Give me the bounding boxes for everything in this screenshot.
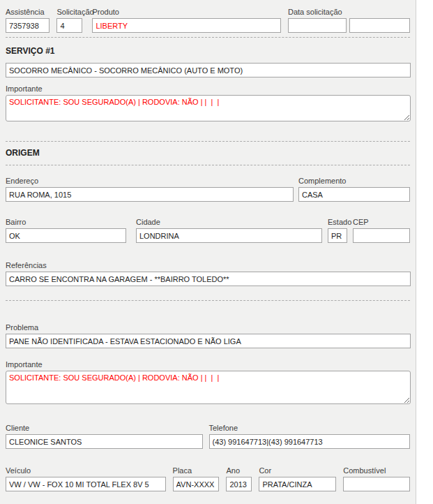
assistencia-input[interactable] — [6, 18, 50, 33]
cidade-field: Cidade — [136, 217, 322, 243]
servico-importante-textarea[interactable]: SOLICITANTE: SOU SEGURADO(A) | RODOVIA: … — [6, 95, 411, 121]
cor-input[interactable] — [259, 477, 336, 491]
cep-label: CEP — [353, 217, 410, 227]
cidade-input[interactable] — [136, 228, 322, 243]
estado-label: Estado — [328, 217, 347, 227]
separator — [6, 141, 410, 142]
telefone-label: Telefone — [209, 423, 411, 433]
referencias-label: Referências — [6, 260, 411, 270]
produto-field: Produto — [92, 7, 281, 33]
importante-label: Importante — [6, 360, 411, 369]
endereco-row: Endereço Complemento — [6, 176, 410, 202]
placa-label: Placa — [173, 466, 220, 475]
solicitacao-label: Solicitação — [56, 7, 82, 17]
problema-field: Problema — [6, 323, 411, 348]
solicitacao-field: Solicitação — [56, 7, 82, 33]
data-solicitacao-date-input[interactable] — [288, 18, 347, 33]
problema-input[interactable] — [6, 334, 411, 348]
cliente-input[interactable] — [6, 434, 203, 449]
importante-textarea[interactable]: SOLICITANTE: SOU SEGURADO(A) | RODOVIA: … — [6, 371, 411, 404]
right-gutter — [417, 0, 433, 504]
data-solicitacao-time-input[interactable] — [349, 18, 410, 33]
servico-descricao-field — [6, 63, 411, 77]
servico-importante-label: Importante — [6, 84, 411, 94]
assistencia-label: Assistência — [6, 7, 50, 17]
produto-input[interactable] — [92, 18, 281, 33]
problema-label: Problema — [6, 323, 411, 332]
service-request-form: Assistência Solicitação Produto Data sol… — [0, 0, 416, 504]
combustivel-field: Combustível — [343, 466, 410, 491]
ano-input[interactable] — [226, 477, 252, 491]
cliente-label: Cliente — [6, 423, 203, 433]
placa-input[interactable] — [173, 477, 220, 491]
endereco-field: Endereço — [6, 176, 294, 202]
assistencia-field: Assistência — [6, 7, 50, 33]
veiculo-field: Veículo — [6, 466, 166, 491]
estado-field: Estado — [328, 217, 347, 243]
combustivel-label: Combustível — [343, 466, 410, 475]
data-solicitacao-field: Data solicitação — [288, 7, 410, 33]
cep-field: CEP — [353, 217, 410, 243]
separator — [6, 165, 410, 165]
header-row: Assistência Solicitação Produto Data sol… — [6, 7, 410, 33]
estado-input[interactable] — [328, 228, 347, 243]
veiculo-label: Veículo — [6, 466, 166, 475]
veiculo-input[interactable] — [6, 477, 166, 491]
bairro-field: Bairro — [6, 217, 126, 243]
bairro-row: Bairro Cidade Estado CEP — [6, 217, 410, 243]
telefone-field: Telefone — [209, 423, 411, 449]
bairro-input[interactable] — [6, 228, 126, 243]
servico-descricao-input[interactable] — [6, 63, 411, 77]
separator — [6, 300, 410, 301]
referencias-field: Referências — [6, 260, 411, 286]
bairro-label: Bairro — [6, 217, 126, 227]
endereco-input[interactable] — [6, 187, 294, 202]
cep-input[interactable] — [353, 228, 410, 243]
solicitacao-input[interactable] — [56, 18, 82, 33]
combustivel-input[interactable] — [343, 477, 410, 491]
cliente-field: Cliente — [6, 423, 203, 449]
cor-field: Cor — [259, 466, 336, 491]
complemento-field: Complemento — [298, 176, 410, 202]
servico-importante-field: Importante SOLICITANTE: SOU SEGURADO(A) … — [6, 84, 411, 124]
complemento-label: Complemento — [298, 176, 410, 186]
importante-field: Importante SOLICITANTE: SOU SEGURADO(A) … — [6, 360, 411, 407]
ano-label: Ano — [226, 466, 252, 475]
referencias-input[interactable] — [6, 272, 411, 286]
complemento-input[interactable] — [298, 187, 410, 202]
cliente-row: Cliente Telefone — [6, 423, 410, 449]
placa-field: Placa — [173, 466, 220, 491]
origem-heading: ORIGEM — [6, 148, 410, 158]
produto-label: Produto — [92, 7, 281, 17]
servico-heading: SERVIÇO #1 — [6, 46, 410, 56]
separator — [6, 37, 410, 38]
endereco-label: Endereço — [6, 176, 294, 186]
ano-field: Ano — [226, 466, 252, 491]
data-solicitacao-label: Data solicitação — [288, 7, 410, 17]
cor-label: Cor — [259, 466, 336, 475]
cidade-label: Cidade — [136, 217, 322, 227]
veiculo-row: Veículo Placa Ano Cor Combustível — [6, 466, 410, 491]
telefone-input[interactable] — [209, 434, 411, 449]
